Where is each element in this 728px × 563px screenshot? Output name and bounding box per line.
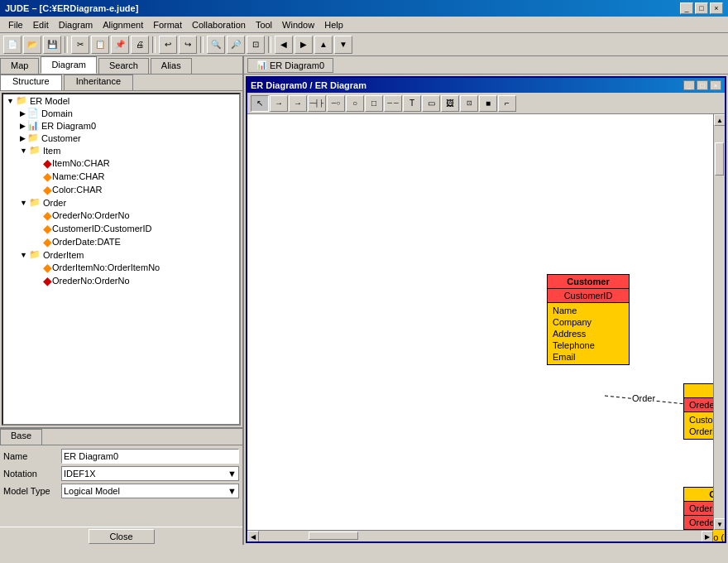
nav-fwd-button[interactable]: ▶ bbox=[295, 36, 313, 54]
tool-image[interactable]: 🖼 bbox=[441, 95, 459, 112]
menu-window[interactable]: Window bbox=[277, 18, 319, 31]
tool-fit[interactable]: ⊡ bbox=[460, 95, 478, 112]
menu-collaboration[interactable]: Collaboration bbox=[187, 18, 251, 31]
tool-dash[interactable]: ─ ─ bbox=[384, 95, 402, 112]
save-button[interactable]: 💾 bbox=[43, 36, 61, 54]
tree-node-color[interactable]: ◆ Color:CHAR bbox=[3, 183, 239, 196]
maximize-button[interactable]: □ bbox=[695, 2, 708, 14]
diagram-tab-er0[interactable]: 📊 ER Diagram0 bbox=[247, 58, 333, 73]
diagram-toolbar: ↖ → → ─┤├ ─○ ○ □ ─ ─ T ▭ 🖼 ⊡ ■ ⌐ bbox=[247, 93, 725, 114]
vscroll-up[interactable]: ▲ bbox=[714, 114, 725, 126]
nav-up-button[interactable]: ▲ bbox=[314, 36, 333, 54]
menu-alignment[interactable]: Alignment bbox=[98, 18, 148, 31]
connections-svg bbox=[247, 114, 725, 541]
tree-node-orderitem[interactable]: ▼ 📁 OrderItem bbox=[3, 248, 239, 261]
nav-down-button[interactable]: ▼ bbox=[334, 36, 352, 54]
zoom-in-button[interactable]: 🔍 bbox=[207, 36, 225, 54]
new-button[interactable]: 📄 bbox=[3, 36, 22, 54]
tree-node-orderdate[interactable]: ◆ OrderDate:DATE bbox=[3, 235, 239, 248]
expand-erdiagram[interactable]: ▶ bbox=[20, 122, 26, 130]
props-select-modeltype[interactable]: Logical Model ▼ bbox=[61, 484, 239, 498]
menu-file[interactable]: File bbox=[3, 18, 28, 31]
tree-node-orderno[interactable]: ◆ OrederNo:OrderNo bbox=[3, 209, 239, 222]
hscroll-thumb[interactable] bbox=[309, 532, 358, 540]
sub-close-button[interactable]: × bbox=[710, 80, 721, 90]
close-button-panel[interactable]: Close bbox=[89, 529, 155, 544]
redo-button[interactable]: ↪ bbox=[179, 36, 197, 54]
expand-customer[interactable]: ▶ bbox=[20, 134, 26, 142]
subtab-inheritance[interactable]: Inheritance bbox=[64, 75, 133, 90]
canvas-label-order: Order bbox=[632, 393, 655, 403]
tool-sq[interactable]: ■ bbox=[479, 95, 497, 112]
props-tab-base[interactable]: Base bbox=[0, 429, 42, 445]
expand-ermodel[interactable]: ▼ bbox=[7, 97, 14, 105]
canvas-area[interactable]: Order Customer CustomerID Name Company A… bbox=[247, 114, 725, 541]
dot-custid: ◆ bbox=[43, 223, 52, 234]
vscroll-track[interactable] bbox=[714, 126, 725, 518]
vscroll-thumb[interactable] bbox=[715, 142, 724, 176]
nav-back-button[interactable]: ◀ bbox=[275, 36, 293, 54]
menu-format[interactable]: Format bbox=[148, 18, 187, 31]
subtab-structure[interactable]: Structure bbox=[0, 75, 62, 90]
tool-arrow1[interactable]: → bbox=[270, 95, 288, 112]
canvas-hscroll[interactable]: ◀ ▶ bbox=[247, 530, 713, 541]
menu-diagram[interactable]: Diagram bbox=[54, 18, 98, 31]
tree-label-erdiagram: ER Diagram0 bbox=[41, 121, 96, 131]
hscroll-right[interactable]: ▶ bbox=[702, 531, 713, 541]
menu-tool[interactable]: Tool bbox=[251, 18, 277, 31]
tree-node-ermodel[interactable]: ▼ 📁 ER Model bbox=[3, 94, 239, 107]
tree-node-name[interactable]: ◆ Name:CHAR bbox=[3, 170, 239, 183]
tool-rel2[interactable]: ─○ bbox=[327, 95, 345, 112]
tool-box[interactable]: ▭ bbox=[422, 95, 440, 112]
dot-orderno: ◆ bbox=[43, 209, 52, 221]
expand-orderitem[interactable]: ▼ bbox=[20, 251, 27, 259]
customer-field-0: Name bbox=[553, 305, 624, 316]
tool-rect[interactable]: □ bbox=[365, 95, 383, 112]
tree-node-erdiagram[interactable]: ▶ 📊 ER Diagram0 bbox=[3, 119, 239, 132]
tree-node-oredernooi[interactable]: ◆ OrederNo:OrderNo bbox=[3, 274, 239, 287]
tool-arrow2[interactable]: → bbox=[289, 95, 307, 112]
expand-domain[interactable]: ▶ bbox=[20, 109, 26, 118]
tree-node-domain[interactable]: ▶ 📄 Domain bbox=[3, 107, 239, 119]
tree-node-order[interactable]: ▼ 📁 Order bbox=[3, 196, 239, 209]
hscroll-left[interactable]: ◀ bbox=[247, 531, 259, 541]
undo-button[interactable]: ↩ bbox=[159, 36, 177, 54]
expand-item[interactable]: ▼ bbox=[20, 147, 27, 155]
sub-minimize-button[interactable]: _ bbox=[683, 80, 695, 90]
expand-order[interactable]: ▼ bbox=[20, 199, 27, 207]
tool-rel1[interactable]: ─┤├ bbox=[308, 95, 326, 112]
tree-label-oredernooi: OrederNo:OrderNo bbox=[52, 276, 130, 286]
print-button[interactable]: 🖨 bbox=[131, 36, 149, 54]
copy-button[interactable]: 📋 bbox=[91, 36, 109, 54]
vscroll-down[interactable]: ▼ bbox=[714, 518, 725, 530]
entity-customer[interactable]: Customer CustomerID Name Company Address… bbox=[547, 274, 630, 365]
tab-search[interactable]: Search bbox=[98, 58, 149, 74]
tool-text[interactable]: T bbox=[403, 95, 421, 112]
menu-help[interactable]: Help bbox=[319, 18, 348, 31]
open-button[interactable]: 📂 bbox=[23, 36, 41, 54]
tree-panel[interactable]: ▼ 📁 ER Model ▶ 📄 Domain ▶ 📊 ER Diagram0 bbox=[2, 93, 241, 426]
paste-button[interactable]: 📌 bbox=[111, 36, 129, 54]
menu-edit[interactable]: Edit bbox=[28, 18, 54, 31]
tree-node-itemno[interactable]: ◆ ItemNo:CHAR bbox=[3, 156, 239, 170]
hscroll-track[interactable] bbox=[259, 531, 702, 541]
tab-diagram[interactable]: Diagram bbox=[41, 56, 97, 74]
tool-circle[interactable]: ○ bbox=[346, 95, 364, 112]
tree-node-customer[interactable]: ▶ 📁 Customer bbox=[3, 132, 239, 144]
props-select-notation[interactable]: IDEF1X ▼ bbox=[61, 466, 239, 481]
minimize-button[interactable]: _ bbox=[680, 2, 693, 14]
tool-corner[interactable]: ⌐ bbox=[498, 95, 516, 112]
tree-node-orderitemno[interactable]: ◆ OrderItemNo:OrderItemNo bbox=[3, 261, 239, 274]
close-button[interactable]: × bbox=[710, 2, 723, 14]
props-value-name[interactable]: ER Diagram0 bbox=[61, 449, 239, 464]
tab-alias[interactable]: Alias bbox=[151, 58, 192, 74]
sub-maximize-button[interactable]: □ bbox=[697, 80, 708, 90]
cut-button[interactable]: ✂ bbox=[71, 36, 89, 54]
tree-node-custid[interactable]: ◆ CustomerID:CustomerID bbox=[3, 222, 239, 235]
tool-cursor[interactable]: ↖ bbox=[251, 95, 269, 112]
zoom-fit-button[interactable]: ⊡ bbox=[247, 36, 265, 54]
canvas-vscroll[interactable]: ▲ ▼ bbox=[713, 114, 725, 530]
tree-node-item[interactable]: ▼ 📁 Item bbox=[3, 144, 239, 156]
zoom-out-button[interactable]: 🔎 bbox=[227, 36, 245, 54]
tab-map[interactable]: Map bbox=[0, 58, 39, 74]
